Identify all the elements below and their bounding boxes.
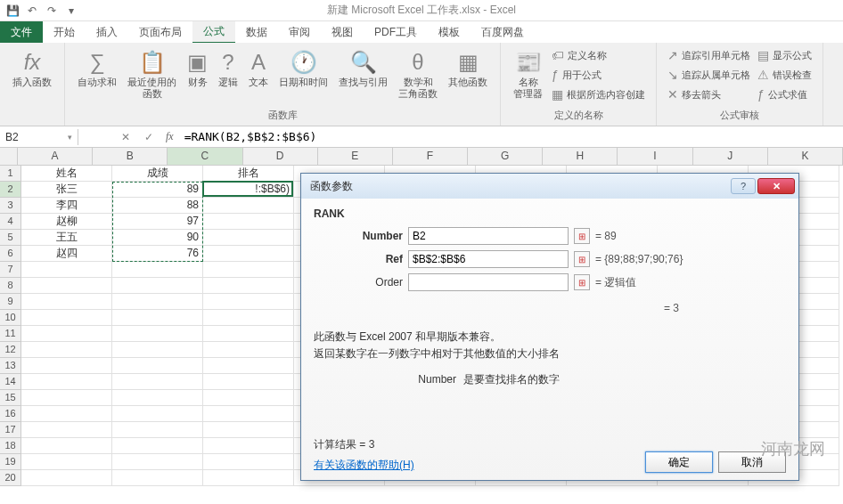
- col-header[interactable]: J: [693, 148, 768, 165]
- col-header[interactable]: B: [93, 148, 168, 165]
- ribbon-tab-6[interactable]: 视图: [321, 21, 364, 43]
- col-header[interactable]: F: [393, 148, 468, 165]
- cell[interactable]: 89: [112, 182, 203, 198]
- row-header[interactable]: 6: [0, 246, 21, 262]
- row-header[interactable]: 11: [0, 326, 21, 342]
- row-header[interactable]: 18: [0, 438, 21, 454]
- ok-button[interactable]: 确定: [645, 451, 713, 473]
- cell[interactable]: 张三: [21, 182, 112, 198]
- insert-function-button[interactable]: fx 插入函数: [7, 46, 57, 90]
- arg-input-ref[interactable]: [408, 250, 569, 268]
- ribbon: fx 插入函数 ∑ 自动求和 📋 最近使用的 函数 ▣ 财务 ? 逻辑 A: [0, 43, 843, 126]
- ribbon-tab-0[interactable]: 开始: [43, 21, 86, 43]
- col-header[interactable]: D: [243, 148, 318, 165]
- row-header[interactable]: 5: [0, 230, 21, 246]
- cell[interactable]: 李四: [21, 198, 112, 214]
- financial-button[interactable]: ▣ 财务: [182, 46, 213, 102]
- row-header[interactable]: 3: [0, 198, 21, 214]
- use-in-formula-button[interactable]: ƒ用于公式: [548, 66, 649, 84]
- ribbon-tab-9[interactable]: 百度网盘: [471, 21, 535, 43]
- cell[interactable]: 90: [112, 230, 203, 246]
- row-header[interactable]: 20: [0, 470, 21, 486]
- row-header[interactable]: 9: [0, 294, 21, 310]
- col-header[interactable]: C: [168, 148, 242, 165]
- datetime-button[interactable]: 🕐 日期和时间: [274, 46, 333, 102]
- col-header[interactable]: A: [18, 148, 93, 165]
- cell[interactable]: 赵柳: [21, 214, 112, 230]
- col-header[interactable]: E: [318, 148, 393, 165]
- cell[interactable]: 姓名: [21, 166, 112, 182]
- row-header[interactable]: 8: [0, 278, 21, 294]
- row-header[interactable]: 13: [0, 358, 21, 374]
- lookup-button[interactable]: 🔍 查找与引用: [333, 46, 393, 102]
- help-link[interactable]: 有关该函数的帮助(H): [314, 458, 414, 473]
- refedit-icon[interactable]: ⊞: [574, 274, 590, 290]
- remove-arrows-button[interactable]: ✕移去箭头: [664, 85, 754, 103]
- row-header[interactable]: 17: [0, 422, 21, 438]
- col-header[interactable]: I: [618, 148, 692, 165]
- cell[interactable]: 76: [112, 246, 203, 262]
- row-header[interactable]: 15: [0, 390, 21, 406]
- ribbon-tab-7[interactable]: PDF工具: [364, 21, 428, 43]
- logical-button[interactable]: ? 逻辑: [213, 46, 243, 102]
- create-from-selection-button[interactable]: ▦根据所选内容创建: [548, 85, 649, 103]
- define-name-button[interactable]: 🏷定义名称: [548, 46, 649, 64]
- col-header[interactable]: G: [468, 148, 543, 165]
- cell[interactable]: 97: [112, 214, 203, 230]
- row-header[interactable]: 12: [0, 342, 21, 358]
- evaluate-formula-button[interactable]: ƒ公式求值: [754, 85, 815, 103]
- arg-input-order[interactable]: [408, 273, 569, 291]
- cell[interactable]: 88: [112, 198, 203, 214]
- row-header[interactable]: 7: [0, 262, 21, 278]
- file-tab[interactable]: 文件: [0, 21, 43, 43]
- name-box[interactable]: B2: [0, 129, 78, 145]
- select-all-corner[interactable]: [0, 148, 18, 165]
- cell[interactable]: 成绩: [112, 166, 203, 182]
- show-formulas-button[interactable]: ▤显示公式: [754, 46, 815, 64]
- fx-button[interactable]: fx: [160, 130, 179, 143]
- ribbon-tab-2[interactable]: 页面布局: [128, 21, 192, 43]
- recent-functions-button[interactable]: 📋 最近使用的 函数: [122, 46, 182, 102]
- cancel-button[interactable]: 取消: [718, 451, 786, 473]
- save-icon[interactable]: 💾: [4, 2, 21, 20]
- arg-input-number[interactable]: [408, 227, 569, 245]
- ribbon-tab-4[interactable]: 数据: [235, 21, 278, 43]
- row-header[interactable]: 16: [0, 406, 21, 422]
- row-header[interactable]: 2: [0, 182, 21, 198]
- undo-icon[interactable]: ↶: [23, 2, 41, 20]
- row-header[interactable]: 10: [0, 310, 21, 326]
- cell[interactable]: 排名: [203, 166, 294, 182]
- dialog-titlebar[interactable]: 函数参数 ? ✕: [301, 174, 798, 199]
- qat-dropdown-icon[interactable]: ▾: [62, 2, 80, 20]
- autosum-button[interactable]: ∑ 自动求和: [72, 46, 122, 102]
- formula-input[interactable]: [179, 128, 843, 145]
- error-check-button[interactable]: ⚠错误检查: [754, 66, 815, 84]
- row-header[interactable]: 4: [0, 214, 21, 230]
- enter-formula-icon[interactable]: ✓: [137, 131, 160, 143]
- ribbon-tab-3[interactable]: 公式: [192, 21, 235, 43]
- cell[interactable]: 王五: [21, 230, 112, 246]
- app-title: 新建 Microsoft Excel 工作表.xlsx - Excel: [327, 3, 516, 18]
- math-button[interactable]: θ 数学和 三角函数: [393, 46, 443, 102]
- row-header[interactable]: 14: [0, 374, 21, 390]
- col-header[interactable]: K: [768, 148, 843, 165]
- dialog-close-icon[interactable]: ✕: [757, 178, 795, 194]
- row-header[interactable]: 1: [0, 166, 21, 182]
- more-functions-button[interactable]: ▦ 其他函数: [443, 46, 493, 102]
- name-manager-button[interactable]: 📰 名称 管理器: [508, 46, 548, 102]
- ribbon-tab-1[interactable]: 插入: [86, 21, 128, 43]
- col-header[interactable]: H: [543, 148, 618, 165]
- cancel-formula-icon[interactable]: ✕: [114, 131, 137, 143]
- ribbon-tab-5[interactable]: 审阅: [278, 21, 321, 43]
- refedit-icon[interactable]: ⊞: [574, 251, 590, 267]
- row-header[interactable]: 19: [0, 454, 21, 470]
- cell[interactable]: 赵四: [21, 246, 112, 262]
- text-button[interactable]: A 文本: [243, 46, 274, 102]
- arg-desc-name: Number: [394, 371, 456, 388]
- dialog-help-icon[interactable]: ?: [731, 178, 756, 194]
- ribbon-tab-8[interactable]: 模板: [428, 21, 471, 43]
- redo-icon[interactable]: ↷: [43, 2, 61, 20]
- trace-dependents-button[interactable]: ↘追踪从属单元格: [664, 66, 754, 84]
- refedit-icon[interactable]: ⊞: [574, 228, 590, 244]
- trace-precedents-button[interactable]: ↗追踪引用单元格: [664, 46, 754, 64]
